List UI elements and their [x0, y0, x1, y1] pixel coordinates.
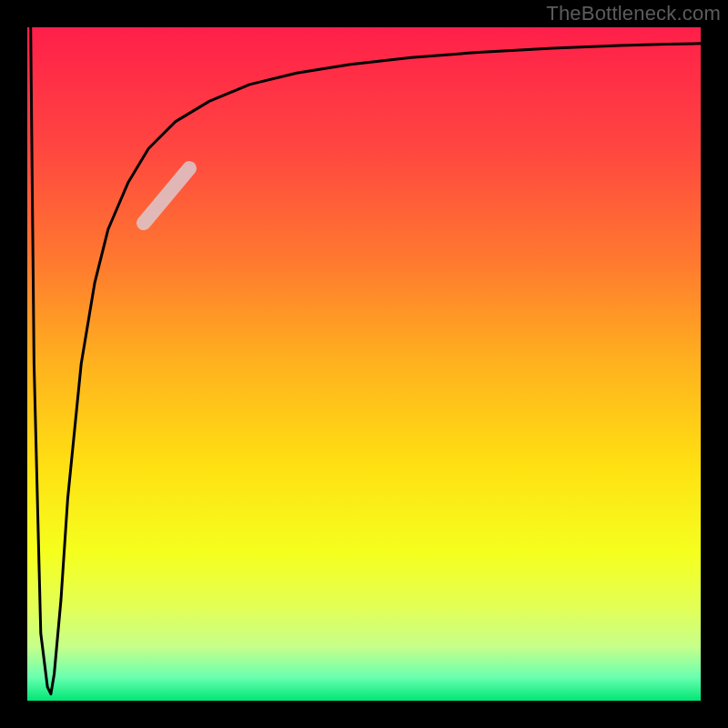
- chart-frame: [0, 0, 728, 728]
- watermark-text: TheBottleneck.com: [546, 2, 721, 25]
